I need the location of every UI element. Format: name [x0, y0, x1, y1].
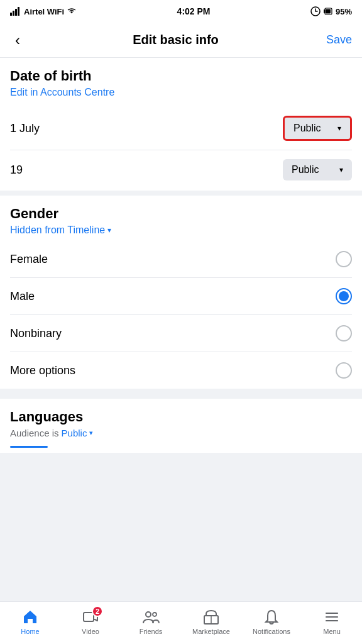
- dob-day-row: 1 July Public ▾: [10, 107, 352, 150]
- svg-rect-1: [13, 11, 14, 16]
- gender-female-radio[interactable]: [336, 251, 352, 267]
- languages-title: Languages: [10, 409, 352, 425]
- nav-friends-label: Friends: [140, 628, 163, 635]
- status-battery: 95%: [310, 6, 352, 16]
- dob-year-row: 19 Public ▾: [10, 150, 352, 191]
- chevron-down-icon: ▾: [89, 429, 93, 437]
- gender-more-radio[interactable]: [336, 362, 352, 379]
- chevron-down-icon: ▾: [339, 165, 343, 174]
- notifications-icon: [263, 608, 280, 626]
- svg-rect-0: [10, 13, 12, 16]
- menu-icon: [323, 608, 341, 626]
- gender-option-nonbinary[interactable]: Nonbinary: [10, 315, 352, 352]
- date-of-birth-section: Date of birth Edit in Accounts Centre 1 …: [0, 58, 362, 191]
- gender-visibility-label: Hidden from Timeline: [10, 225, 105, 236]
- svg-rect-2: [15, 9, 17, 16]
- gender-section: Gender Hidden from Timeline ▾ Female Mal…: [0, 196, 362, 389]
- dob-day-privacy-label: Public: [293, 123, 321, 134]
- gender-more-label: More options: [10, 364, 75, 377]
- gender-nonbinary-label: Nonbinary: [10, 327, 62, 340]
- dob-year-privacy-button[interactable]: Public ▾: [283, 159, 352, 180]
- audience-value[interactable]: Public: [62, 428, 87, 438]
- gender-visibility-button[interactable]: Hidden from Timeline ▾: [10, 225, 352, 236]
- bottom-nav: Home 2 Video Friends: [0, 601, 362, 644]
- dob-year-privacy-label: Public: [292, 164, 319, 175]
- dob-title: Date of birth: [10, 68, 352, 84]
- svg-rect-7: [326, 9, 331, 14]
- dob-day-privacy-button[interactable]: Public ▾: [283, 116, 352, 141]
- video-icon: 2: [82, 608, 99, 626]
- status-carrier: Airtel WiFi: [10, 7, 77, 16]
- gender-female-label: Female: [10, 253, 48, 266]
- svg-rect-3: [18, 7, 19, 16]
- edit-accounts-centre-link[interactable]: Edit in Accounts Centre: [10, 87, 114, 98]
- dob-day-value: 1 July: [10, 122, 40, 135]
- nav-item-video[interactable]: 2 Video: [60, 602, 121, 644]
- gender-option-more[interactable]: More options: [10, 352, 352, 389]
- separator-2: [0, 389, 362, 394]
- header: ‹ Edit basic info Save: [0, 23, 362, 58]
- nav-marketplace-label: Marketplace: [192, 628, 230, 635]
- languages-indicator-bar: [10, 446, 48, 448]
- friends-icon: [142, 608, 160, 626]
- nav-notifications-label: Notifications: [253, 628, 290, 635]
- page-title: Edit basic info: [133, 33, 219, 47]
- gender-male-label: Male: [10, 290, 35, 303]
- nav-item-friends[interactable]: Friends: [121, 602, 181, 644]
- nav-home-label: Home: [21, 628, 39, 635]
- nav-item-marketplace[interactable]: Marketplace: [181, 602, 241, 644]
- bottom-spacer: [0, 453, 362, 503]
- gender-option-female[interactable]: Female: [10, 241, 352, 278]
- nav-item-notifications[interactable]: Notifications: [241, 602, 302, 644]
- marketplace-icon: [202, 608, 220, 626]
- status-bar: Airtel WiFi 4:02 PM 95%: [0, 0, 362, 23]
- nav-item-menu[interactable]: Menu: [302, 602, 362, 644]
- radio-selected-dot: [339, 291, 349, 301]
- gender-male-radio[interactable]: [336, 288, 352, 304]
- video-badge: 2: [92, 606, 103, 617]
- nav-menu-label: Menu: [323, 628, 341, 635]
- chevron-down-icon: ▾: [337, 124, 341, 133]
- back-button[interactable]: ‹: [10, 29, 25, 52]
- save-button[interactable]: Save: [326, 33, 352, 47]
- svg-point-10: [146, 612, 151, 617]
- gender-nonbinary-radio[interactable]: [336, 325, 352, 341]
- languages-audience-row: Audience is Public ▾: [10, 428, 352, 438]
- status-time: 4:02 PM: [177, 6, 211, 16]
- svg-point-11: [153, 613, 156, 616]
- separator-1: [0, 191, 362, 196]
- gender-option-male[interactable]: Male: [10, 278, 352, 315]
- nav-item-home[interactable]: Home: [0, 602, 60, 644]
- languages-section: Languages Audience is Public ▾: [0, 399, 362, 453]
- gender-title: Gender: [10, 206, 352, 222]
- dob-year-value: 19: [10, 164, 23, 177]
- nav-video-label: Video: [82, 628, 99, 635]
- audience-prefix: Audience is: [10, 428, 59, 438]
- chevron-down-icon: ▾: [107, 226, 111, 235]
- home-icon: [21, 608, 39, 626]
